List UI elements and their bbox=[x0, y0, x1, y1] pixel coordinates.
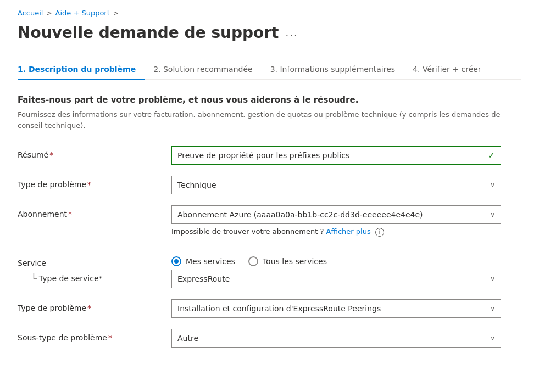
sub-problem-row: Sous-type de problème* Autre ∨ bbox=[18, 329, 521, 348]
subscription-required: * bbox=[68, 210, 72, 219]
problem-type-value: Technique bbox=[177, 181, 486, 189]
sub-problem-dropdown[interactable]: Autre ∨ bbox=[171, 329, 501, 348]
tab-informations[interactable]: 3. Informations supplémentaires bbox=[262, 59, 404, 79]
page-title: Nouvelle demande de support bbox=[18, 24, 279, 42]
sub-problem-chevron-icon: ∨ bbox=[490, 334, 495, 342]
problem-type-row: Type de problème* Technique ∨ bbox=[18, 176, 521, 194]
subscription-chevron-icon: ∨ bbox=[490, 211, 495, 219]
service-type-label-container: └ Type de service* bbox=[18, 270, 171, 284]
problem-type-control: Technique ∨ bbox=[171, 176, 501, 194]
problem-type-label: Type de problème* bbox=[18, 176, 171, 189]
subscription-note: Impossible de trouver votre abonnement ?… bbox=[171, 227, 501, 237]
sub-problem-value: Autre bbox=[177, 334, 486, 343]
tab-description[interactable]: 1. Description du problème bbox=[18, 59, 145, 79]
tab-solution[interactable]: 2. Solution recommandée bbox=[145, 59, 261, 79]
indent-icon: └ bbox=[31, 274, 37, 284]
service-type-row: └ Type de service* ExpressRoute ∨ bbox=[18, 270, 521, 288]
subscription-label: Abonnement* bbox=[18, 205, 171, 219]
resume-required: * bbox=[49, 150, 53, 159]
service-radio-group: Mes services Tous les services bbox=[171, 256, 327, 266]
breadcrumb-home[interactable]: Accueil bbox=[18, 9, 43, 17]
service-tous-services-radio[interactable] bbox=[248, 256, 258, 266]
resume-row: Résumé* Preuve de propriété pour les pré… bbox=[18, 146, 521, 165]
breadcrumb-separator-1: > bbox=[46, 9, 52, 17]
subscription-dropdown[interactable]: Abonnement Azure (aaaa0a0a-bb1b-cc2c-dd3… bbox=[171, 205, 501, 224]
breadcrumb-aide-support[interactable]: Aide + Support bbox=[55, 9, 109, 17]
service-row: Service Mes services Tous les services bbox=[18, 256, 521, 267]
sub-problem-label: Sous-type de problème* bbox=[18, 329, 171, 342]
service-label: Service bbox=[18, 256, 171, 267]
subscription-row: Abonnement* Abonnement Azure (aaaa0a0a-b… bbox=[18, 205, 521, 245]
subscription-value: Abonnement Azure (aaaa0a0a-bb1b-cc2c-dd3… bbox=[177, 210, 486, 219]
service-type-chevron-icon: ∨ bbox=[490, 275, 495, 283]
service-mes-services-option[interactable]: Mes services bbox=[171, 256, 235, 266]
page-title-row: Nouvelle demande de support ... bbox=[18, 24, 521, 42]
problem-type2-required: * bbox=[87, 304, 91, 312]
problem-type2-value: Installation et configuration d'ExpressR… bbox=[177, 304, 486, 313]
service-type-label: Type de service* bbox=[39, 274, 103, 283]
resume-label: Résumé* bbox=[18, 146, 171, 159]
problem-type2-chevron-icon: ∨ bbox=[490, 305, 495, 312]
problem-type2-control: Installation et configuration d'ExpressR… bbox=[171, 299, 501, 318]
problem-type2-label: Type de problème* bbox=[18, 299, 171, 312]
section-description: Fournissez des informations sur votre fa… bbox=[18, 109, 521, 131]
sub-problem-required: * bbox=[108, 333, 112, 342]
problem-type-chevron-icon: ∨ bbox=[490, 181, 495, 189]
subscription-control: Abonnement Azure (aaaa0a0a-bb1b-cc2c-dd3… bbox=[171, 205, 501, 245]
service-tous-services-option[interactable]: Tous les services bbox=[248, 256, 327, 266]
service-type-control: ExpressRoute ∨ bbox=[171, 270, 501, 288]
service-mes-services-radio[interactable] bbox=[171, 256, 181, 266]
problem-type2-row: Type de problème* Installation et config… bbox=[18, 299, 521, 318]
resume-value: Preuve de propriété pour les préfixes pu… bbox=[177, 151, 484, 160]
breadcrumb-separator-2: > bbox=[113, 9, 119, 17]
breadcrumb: Accueil > Aide + Support > bbox=[18, 9, 521, 17]
problem-type-dropdown[interactable]: Technique ∨ bbox=[171, 176, 501, 194]
resume-check-icon: ✓ bbox=[488, 150, 495, 161]
resume-control: Preuve de propriété pour les préfixes pu… bbox=[171, 146, 501, 165]
problem-type-required: * bbox=[87, 180, 91, 189]
section-header: Faites-nous part de votre problème, et n… bbox=[18, 95, 521, 105]
service-mes-services-label: Mes services bbox=[186, 257, 235, 266]
resume-dropdown[interactable]: Preuve de propriété pour les préfixes pu… bbox=[171, 146, 501, 165]
subscription-afficher-plus-link[interactable]: Afficher plus bbox=[326, 227, 371, 236]
service-type-value: ExpressRoute bbox=[177, 275, 486, 283]
service-tous-services-label: Tous les services bbox=[263, 257, 327, 266]
problem-type2-dropdown[interactable]: Installation et configuration d'ExpressR… bbox=[171, 299, 501, 318]
tabs-container: 1. Description du problème 2. Solution r… bbox=[18, 59, 521, 80]
service-type-required: * bbox=[99, 274, 103, 283]
tab-verifier[interactable]: 4. Vérifier + créer bbox=[404, 59, 490, 79]
subscription-info-icon[interactable]: i bbox=[375, 228, 384, 237]
service-type-dropdown[interactable]: ExpressRoute ∨ bbox=[171, 270, 501, 288]
sub-problem-control: Autre ∨ bbox=[171, 329, 501, 348]
page-menu-button[interactable]: ... bbox=[286, 27, 298, 38]
